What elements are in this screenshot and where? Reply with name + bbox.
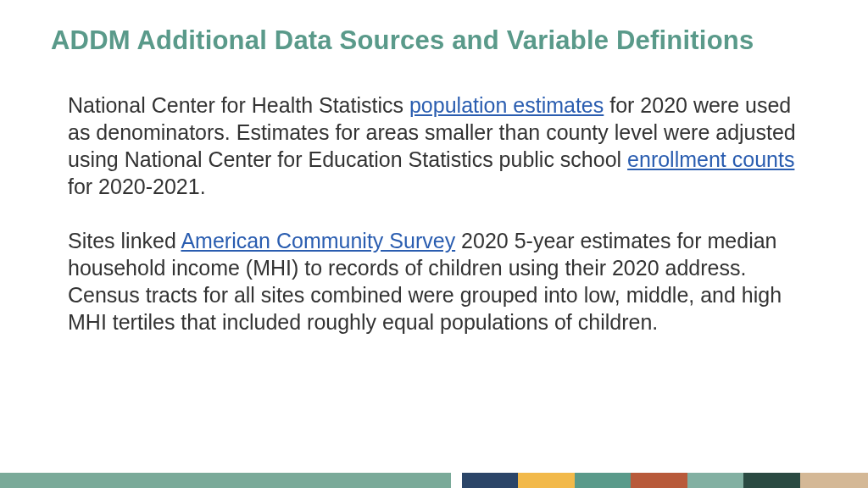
footer-segment xyxy=(462,473,519,488)
footer-segment xyxy=(575,473,632,488)
footer-segment xyxy=(743,473,800,488)
footer-segment xyxy=(800,473,868,488)
text-segment: Sites linked xyxy=(68,229,181,252)
paragraph-2: Sites linked American Community Survey 2… xyxy=(68,227,817,336)
footer-segment xyxy=(0,473,451,488)
link-population-estimates[interactable]: population estimates xyxy=(409,93,604,117)
footer-color-bar xyxy=(0,473,868,488)
slide-container: ADDM Additional Data Sources and Variabl… xyxy=(0,0,868,488)
slide-title: ADDM Additional Data Sources and Variabl… xyxy=(51,25,817,56)
footer-segment xyxy=(631,473,687,488)
text-segment: for 2020-2021. xyxy=(68,175,206,198)
text-segment: National Center for Health Statistics xyxy=(68,93,409,117)
paragraph-1: National Center for Health Statistics po… xyxy=(68,92,817,200)
footer-segment xyxy=(687,473,744,488)
footer-segment xyxy=(451,473,461,488)
link-american-community-survey[interactable]: American Community Survey xyxy=(181,229,455,252)
footer-segment xyxy=(518,473,575,488)
link-enrollment-counts[interactable]: enrollment counts xyxy=(627,147,794,171)
slide-body: National Center for Health Statistics po… xyxy=(51,92,817,363)
